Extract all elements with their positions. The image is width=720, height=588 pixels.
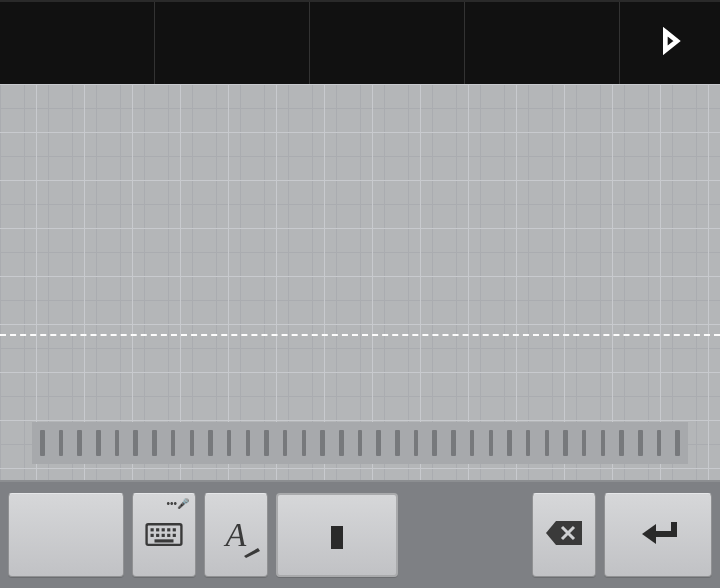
ruler-tick <box>283 430 288 456</box>
ruler-tick <box>190 430 195 456</box>
ruler-tick <box>246 430 251 456</box>
ruler-tick <box>133 430 138 456</box>
ruler-tick <box>339 430 344 456</box>
ruler-tick <box>638 430 643 456</box>
chevron-right-icon <box>656 27 684 59</box>
svg-rect-7 <box>156 534 159 537</box>
enter-key[interactable] <box>604 493 712 577</box>
candidate-bar <box>0 0 720 84</box>
grid-background <box>0 84 720 480</box>
ruler-tick <box>376 430 381 456</box>
text-style-icon: A <box>226 516 247 554</box>
svg-rect-11 <box>155 539 174 542</box>
svg-rect-6 <box>151 534 154 537</box>
ruler-tick <box>171 430 176 456</box>
svg-rect-3 <box>162 528 165 531</box>
candidates-next-button[interactable] <box>620 2 720 84</box>
svg-rect-5 <box>173 528 176 531</box>
candidate-2[interactable] <box>155 2 310 84</box>
svg-rect-8 <box>162 534 165 537</box>
ruler-tick <box>40 430 45 456</box>
keyboard-icon <box>145 516 183 554</box>
ruler-tick <box>96 430 101 456</box>
ruler-tick <box>59 430 64 456</box>
ruler-tick <box>320 430 325 456</box>
handwriting-input-area[interactable] <box>0 84 720 480</box>
ruler-tick <box>77 430 82 456</box>
ruler-tick <box>582 430 587 456</box>
ruler-tick <box>432 430 437 456</box>
ruler-tick <box>302 430 307 456</box>
mic-icon: •••🎤 <box>166 498 189 509</box>
ruler-tick <box>395 430 400 456</box>
space-key[interactable] <box>276 493 398 577</box>
ruler-tick <box>227 430 232 456</box>
text-style-key[interactable]: A <box>204 493 268 577</box>
space-icon <box>331 526 343 544</box>
ruler-tick <box>563 430 568 456</box>
enter-icon <box>636 518 680 552</box>
ruler-tick <box>264 430 269 456</box>
svg-rect-9 <box>167 534 170 537</box>
baseline-guide <box>0 334 720 336</box>
ruler-tick <box>451 430 456 456</box>
ruler-tick <box>545 430 550 456</box>
keyboard-toggle-key[interactable]: •••🎤 <box>132 493 196 577</box>
ruler-tick <box>358 430 363 456</box>
ruler-tick <box>470 430 475 456</box>
ime-switch-key[interactable] <box>8 493 124 577</box>
svg-rect-10 <box>173 534 176 537</box>
ruler-tick <box>601 430 606 456</box>
ruler-tick <box>115 430 120 456</box>
ruler-tick <box>619 430 624 456</box>
candidate-3[interactable] <box>310 2 465 84</box>
ruler-tick <box>489 430 494 456</box>
ruler-tick <box>152 430 157 456</box>
backspace-icon <box>544 519 584 551</box>
svg-rect-4 <box>167 528 170 531</box>
ruler-tick <box>208 430 213 456</box>
backspace-key[interactable] <box>532 493 596 577</box>
svg-rect-1 <box>151 528 154 531</box>
ruler-tick <box>414 430 419 456</box>
ruler-tick <box>657 430 662 456</box>
ruler-tick <box>526 430 531 456</box>
ruler-tick <box>675 430 680 456</box>
svg-rect-2 <box>156 528 159 531</box>
ruler <box>32 422 688 464</box>
ruler-tick <box>507 430 512 456</box>
candidate-1[interactable] <box>0 2 155 84</box>
keyboard-bottom-row: •••🎤 A <box>0 480 720 588</box>
candidate-4[interactable] <box>465 2 620 84</box>
